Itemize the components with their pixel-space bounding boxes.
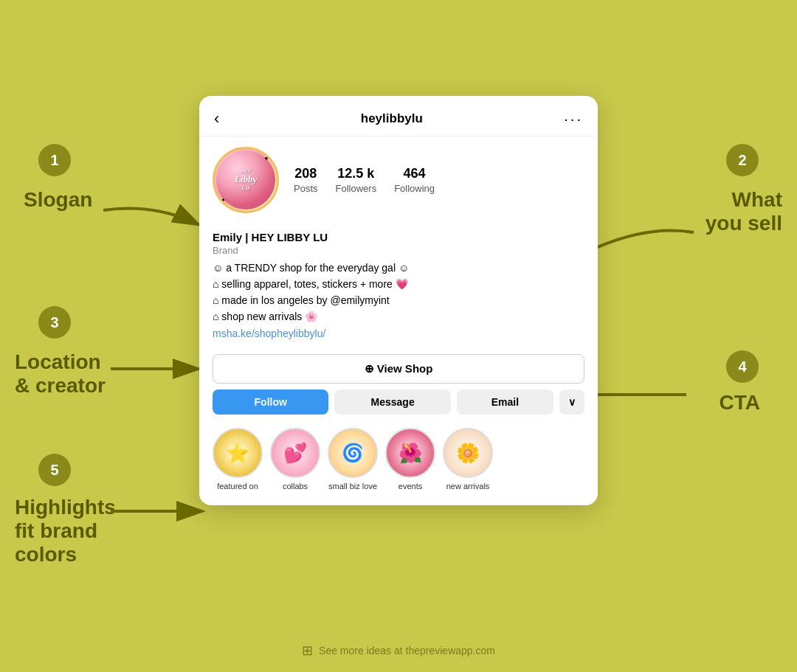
following-label: Following: [394, 183, 435, 194]
view-shop-label: ⊕ View Shop: [365, 362, 433, 375]
avatar: HEY Libby Lu ✦ ✦: [213, 147, 279, 213]
smallbiz-icon: 🌀: [342, 443, 364, 463]
bio-line-4: ⌂ shop new arrivals 🌸: [213, 309, 584, 325]
highlight-events[interactable]: 🌺 events: [385, 428, 435, 491]
arrow-5: [103, 493, 214, 530]
label-highlights: Highlightsfit brandcolors: [15, 496, 116, 567]
events-icon: 🌺: [398, 442, 422, 465]
newarrivals-icon: 🌼: [456, 442, 480, 465]
badge-3-number: 3: [50, 314, 58, 331]
bio-line-3: ⌂ made in los angeles by @emilymyint: [213, 293, 584, 308]
watermark: ⊞ See more ideas at thepreviewapp.com: [302, 642, 495, 659]
arrow-3: [103, 350, 207, 387]
label-slogan: Slogan: [24, 188, 92, 212]
highlights-section: ⭐ featured on 💕 collabs 🌀 small biz love…: [199, 425, 598, 505]
stat-followers: 12.5 k Followers: [336, 166, 377, 195]
follow-button[interactable]: Follow: [213, 389, 328, 415]
view-shop-button[interactable]: ⊕ View Shop: [213, 354, 584, 384]
more-button[interactable]: ···: [564, 111, 583, 128]
arrow-2: [590, 218, 701, 262]
arrow-1: [96, 195, 207, 240]
highlight-collabs[interactable]: 💕 collabs: [270, 428, 320, 491]
bio-link[interactable]: msha.ke/shopheylibbylu/: [213, 328, 584, 339]
label-what-you-sell: Whatyou sell: [705, 188, 782, 235]
email-button[interactable]: Email: [457, 389, 553, 415]
followers-count: 12.5 k: [336, 166, 377, 181]
profile-name: Emily | HEY LIBBY LU: [213, 231, 584, 243]
highlight-smallbiz[interactable]: 🌀 small biz love: [328, 428, 378, 491]
following-count: 464: [394, 166, 435, 181]
back-button[interactable]: ‹: [214, 109, 219, 128]
highlight-newarrivals-label: new arrivals: [446, 482, 490, 491]
posts-count: 208: [294, 166, 318, 181]
label-location: Location& creator: [15, 350, 106, 398]
bio-line-2: ⌂ selling apparel, totes, stickers + mor…: [213, 277, 584, 292]
more-button[interactable]: ∨: [559, 389, 584, 415]
bio-section: Emily | HEY LIBBY LU Brand ☺ a TRENDY sh…: [199, 231, 598, 347]
badge-3: 3: [38, 306, 71, 339]
watermark-text: See more ideas at thepreviewapp.com: [319, 645, 495, 657]
posts-label: Posts: [294, 183, 318, 194]
followers-label: Followers: [336, 183, 377, 194]
badge-4: 4: [726, 350, 759, 383]
featured-icon: ⭐: [226, 442, 249, 465]
arrow-4: [590, 376, 694, 413]
badge-1-number: 1: [50, 152, 58, 169]
badge-1: 1: [38, 144, 71, 176]
highlight-smallbiz-label: small biz love: [328, 482, 377, 491]
stat-posts: 208 Posts: [294, 166, 318, 195]
highlight-featured[interactable]: ⭐ featured on: [213, 428, 263, 491]
badge-2-number: 2: [738, 152, 746, 169]
bio-line-1: ☺ a TRENDY shop for the everyday gal ☺: [213, 260, 584, 276]
watermark-icon: ⊞: [302, 642, 313, 659]
profile-category: Brand: [213, 245, 584, 256]
action-buttons: Follow Message Email ∨: [199, 389, 598, 425]
highlight-featured-label: featured on: [217, 482, 258, 491]
ig-header: ‹ heylibbylu ···: [199, 96, 598, 136]
badge-5-number: 5: [50, 462, 58, 479]
ig-username: heylibbylu: [361, 111, 423, 126]
highlight-newarrivals[interactable]: 🌼 new arrivals: [443, 428, 493, 491]
collabs-icon: 💕: [283, 442, 307, 465]
badge-2: 2: [726, 144, 759, 176]
label-cta: CTA: [720, 391, 760, 415]
profile-section: HEY Libby Lu ✦ ✦ 208 Posts 12.5 k Fo: [199, 136, 598, 231]
badge-5: 5: [38, 454, 71, 486]
message-button[interactable]: Message: [334, 389, 450, 415]
highlight-collabs-label: collabs: [283, 482, 308, 491]
stats-row: 208 Posts 12.5 k Followers 464 Following: [294, 166, 435, 195]
highlight-events-label: events: [398, 482, 422, 491]
phone-mockup: ‹ heylibbylu ··· HEY Libby Lu ✦ ✦: [199, 96, 598, 505]
stat-following: 464 Following: [394, 166, 435, 195]
badge-4-number: 4: [738, 358, 746, 375]
